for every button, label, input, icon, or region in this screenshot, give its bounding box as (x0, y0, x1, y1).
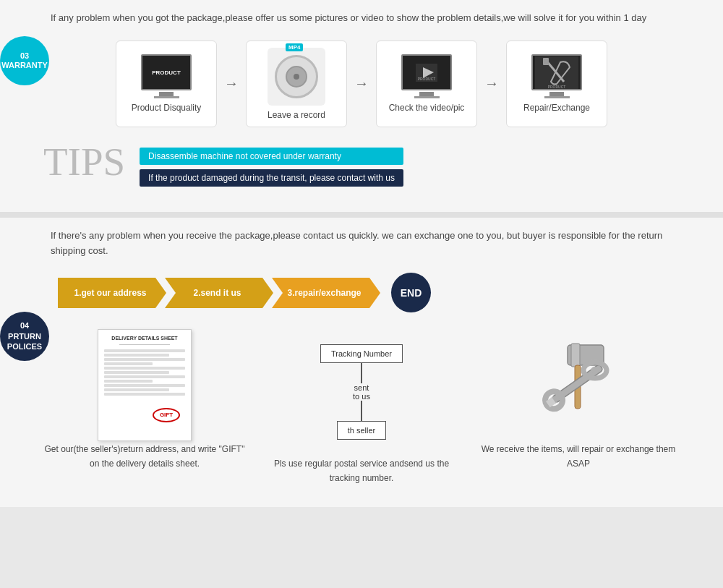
arrow1: → (224, 75, 239, 92)
svg-rect-5 (543, 58, 549, 65)
sheet-subtitle: —————————————— (104, 342, 185, 346)
repair-tools-svg (531, 338, 625, 432)
return-section: 04 PRTURN POLICES If there's any problem… (0, 218, 723, 507)
arrow3: → (484, 75, 499, 92)
video-icon: PRODUCT (401, 54, 452, 90)
warranty-steps-row: PRODUCT Product Disquality → MP4 Leave a… (43, 41, 680, 127)
col-tracking: Tracking Number sentto us th seller Pls … (260, 334, 463, 485)
tips-item-1: Disassemble machine not covered under wa… (140, 148, 403, 165)
tracking-flow: Tracking Number sentto us th seller (320, 344, 403, 440)
col2-caption: Pls use regular postal service andsend u… (260, 457, 463, 485)
tips-section: TIPS Disassemble machine not covered und… (43, 142, 680, 187)
bottom-columns: DELIVERY DETAILS SHEET —————————————— (43, 334, 680, 485)
svg-text:PRODUCT: PRODUCT (548, 85, 566, 89)
sent-to-text: sentto us (353, 383, 370, 401)
step3-label: Check the video/pic (389, 103, 465, 113)
gift-label: GIFT (153, 408, 180, 422)
col3-caption: We receive the items, will repair or exc… (477, 443, 680, 470)
monitor-icon: PRODUCT (141, 54, 192, 90)
process-row: 1.get our address 2.send it us 3.repair/… (43, 273, 680, 312)
delivery-sheet-img: DELIVERY DETAILS SHEET —————————————— (94, 334, 195, 435)
process-step-3: 3.repair/exchange (272, 278, 380, 308)
warranty-badge: 03 WARRANTY (0, 36, 49, 85)
sheet-title: DELIVERY DETAILS SHEET (104, 336, 185, 341)
tracking-number-box: Tracking Number (320, 344, 403, 363)
col-repair: We receive the items, will repair or exc… (477, 334, 680, 485)
col1-caption: Get our(the seller's)return address, and… (43, 443, 246, 470)
mp4-badge: MP4 (286, 43, 303, 51)
process-step-1: 1.get our address (58, 278, 166, 308)
repair-tools-img (528, 334, 629, 435)
svg-text:PRODUCT: PRODUCT (418, 77, 436, 81)
return-badge: 04 PRTURN POLICES (0, 312, 49, 361)
tips-title: TIPS (43, 142, 125, 182)
step4-label: Repair/Exchange (523, 103, 590, 113)
step-leave-record: MP4 Leave a record (246, 41, 347, 127)
process-step-2: 2.send it us (165, 278, 273, 308)
arrow2: → (354, 75, 369, 92)
sheet-lines (104, 349, 185, 396)
step2-label: Leave a record (268, 110, 325, 120)
svg-rect-8 (571, 344, 580, 367)
process-end: END (391, 273, 431, 312)
mp4-speaker (275, 55, 318, 98)
warranty-intro: If any problem when you got the package,… (43, 11, 680, 26)
step-product-disquality: PRODUCT Product Disquality (116, 41, 217, 127)
svg-point-15 (591, 367, 599, 374)
delivery-sheet: DELIVERY DETAILS SHEET —————————————— (98, 329, 192, 441)
tips-content: Disassemble machine not covered under wa… (140, 142, 403, 187)
tips-item-2: If the product damaged during the transi… (140, 169, 403, 187)
return-intro: If there's any problem when you receive … (43, 229, 680, 259)
col-delivery: DELIVERY DETAILS SHEET —————————————— (43, 334, 246, 485)
step-repair-exchange: PRODUCT Repair/Exchange (506, 41, 607, 127)
step-check-video: PRODUCT Check the video/pic (376, 41, 477, 127)
step1-label: Product Disquality (132, 103, 202, 113)
seller-box: th seller (337, 421, 387, 440)
track-line-2 (361, 401, 362, 421)
track-line-1 (361, 363, 362, 383)
repair-icon: PRODUCT (531, 54, 582, 90)
tracking-diagram: Tracking Number sentto us th seller (311, 334, 412, 450)
warranty-section: 03 WARRANTY If any problem when you got … (0, 0, 723, 218)
